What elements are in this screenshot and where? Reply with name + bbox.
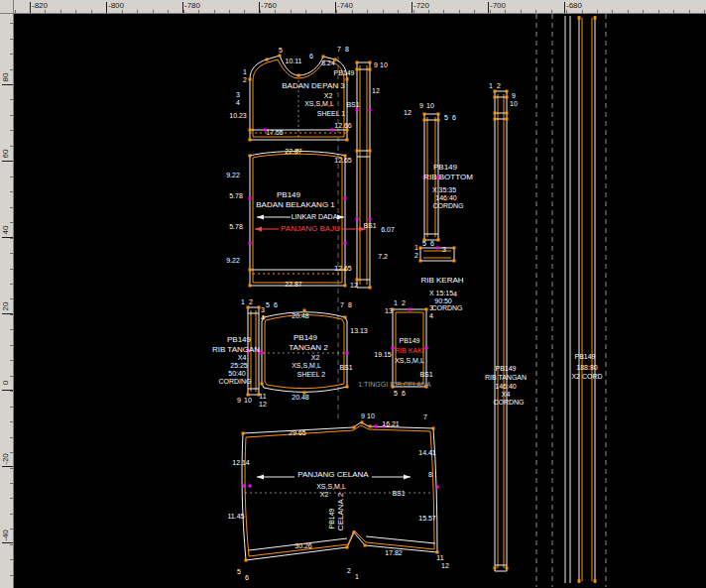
- ruler-tick-minor: [10, 575, 13, 576]
- pattern-point[interactable]: [344, 316, 347, 319]
- pattern-point[interactable]: [249, 139, 252, 142]
- pattern-point[interactable]: [494, 118, 497, 121]
- notch-point[interactable]: [331, 129, 334, 132]
- notch-point[interactable]: [243, 485, 246, 488]
- label-rib-tangan-left: 2: [249, 298, 253, 305]
- pattern-point[interactable]: [346, 546, 349, 549]
- pattern-point[interactable]: [249, 269, 252, 272]
- label-rib-tangan-left: 3: [261, 306, 265, 313]
- pattern-point[interactable]: [346, 139, 349, 142]
- pattern-point[interactable]: [506, 112, 509, 115]
- pattern-point[interactable]: [279, 55, 282, 58]
- pattern-point[interactable]: [242, 432, 245, 435]
- piece-rib-188-strip[interactable]: [578, 16, 597, 583]
- ruler-tick-minor: [474, 10, 475, 13]
- pattern-point[interactable]: [369, 61, 372, 64]
- notch-point[interactable]: [369, 218, 372, 221]
- pattern-point[interactable]: [369, 68, 372, 71]
- pattern-point[interactable]: [356, 68, 359, 71]
- notch-point[interactable]: [356, 109, 359, 112]
- piece-rib-kerah[interactable]: [419, 247, 456, 263]
- pattern-point[interactable]: [578, 580, 581, 583]
- pattern-point[interactable]: [297, 74, 300, 77]
- pattern-point[interactable]: [594, 17, 597, 20]
- pattern-point[interactable]: [346, 129, 349, 132]
- arrowhead-icon: [337, 215, 344, 220]
- ruler-tick-minor: [10, 115, 13, 116]
- pattern-point[interactable]: [322, 56, 325, 59]
- notch-point[interactable]: [344, 242, 347, 245]
- notch-point[interactable]: [249, 242, 252, 245]
- pattern-point[interactable]: [494, 90, 497, 93]
- piece-placket-strip[interactable]: [356, 61, 372, 290]
- pattern-point[interactable]: [506, 90, 509, 93]
- pattern-point[interactable]: [494, 567, 497, 570]
- pattern-point[interactable]: [494, 96, 497, 99]
- pattern-point[interactable]: [425, 308, 428, 311]
- ruler-left[interactable]: 806040200-20-40: [0, 0, 14, 588]
- notch-point[interactable]: [369, 109, 372, 112]
- pattern-point[interactable]: [437, 119, 440, 122]
- pattern-point[interactable]: [346, 386, 349, 389]
- pattern-point[interactable]: [346, 78, 349, 81]
- pattern-point[interactable]: [419, 260, 422, 263]
- pattern-point[interactable]: [356, 61, 359, 64]
- pattern-point[interactable]: [419, 247, 422, 250]
- pattern-point[interactable]: [453, 260, 456, 263]
- pattern-point[interactable]: [353, 531, 356, 534]
- notch-point[interactable]: [409, 308, 412, 311]
- pattern-point[interactable]: [364, 544, 367, 547]
- pattern-point[interactable]: [506, 96, 509, 99]
- ruler-tick-major: [30, 2, 31, 13]
- pattern-point[interactable]: [578, 17, 581, 20]
- ruler-unit-label: 60: [1, 141, 11, 167]
- ruler-tick-minor: [10, 130, 13, 131]
- pattern-point[interactable]: [249, 78, 252, 81]
- notch-point[interactable]: [346, 352, 349, 355]
- pattern-point[interactable]: [247, 306, 250, 309]
- label-tangan-2: 20.48: [292, 312, 309, 319]
- pattern-point[interactable]: [261, 383, 264, 386]
- piece-rib-tangan-right-strip[interactable]: [494, 90, 509, 572]
- pattern-point[interactable]: [356, 150, 359, 153]
- ruler-top[interactable]: -820-800-780-760-740-720-700-680: [0, 0, 706, 14]
- notch-point[interactable]: [249, 197, 252, 200]
- notch-point[interactable]: [425, 347, 428, 350]
- pattern-point[interactable]: [369, 425, 372, 428]
- label-placket-strip: 10: [380, 61, 388, 68]
- notch-point[interactable]: [249, 485, 252, 488]
- pattern-point[interactable]: [437, 239, 440, 242]
- piece-celana-2[interactable]: [242, 421, 439, 562]
- pattern-point[interactable]: [369, 287, 372, 290]
- ruler-tick-minor: [10, 191, 13, 192]
- pattern-point[interactable]: [249, 285, 252, 288]
- pattern-point[interactable]: [437, 113, 440, 116]
- pattern-point[interactable]: [344, 285, 347, 288]
- pattern-point[interactable]: [258, 306, 261, 309]
- notch-point[interactable]: [261, 352, 264, 355]
- pattern-point[interactable]: [423, 119, 426, 122]
- pattern-point[interactable]: [494, 112, 497, 115]
- pattern-point[interactable]: [453, 247, 456, 250]
- drawing-canvas[interactable]: PB149BADAN DEPAN 3X2XS,S,M,LBS1SHEEL 110…: [0, 0, 706, 588]
- notch-point[interactable]: [436, 486, 439, 489]
- pattern-point[interactable]: [594, 580, 597, 583]
- pattern-point[interactable]: [353, 426, 356, 429]
- pattern-point[interactable]: [506, 118, 509, 121]
- notch-point[interactable]: [344, 197, 347, 200]
- notch-point[interactable]: [356, 218, 359, 221]
- pattern-point[interactable]: [266, 59, 269, 61]
- pattern-point[interactable]: [361, 421, 364, 424]
- pattern-point[interactable]: [423, 113, 426, 116]
- pattern-point[interactable]: [432, 427, 435, 430]
- piece-thin-strip[interactable]: [565, 16, 570, 583]
- notch-point[interactable]: [436, 247, 439, 250]
- pattern-point[interactable]: [506, 567, 509, 570]
- notch-point[interactable]: [375, 425, 378, 428]
- pattern-point[interactable]: [249, 155, 252, 158]
- pattern-point[interactable]: [369, 150, 372, 153]
- label-rib-tangan-right: RIB TANGAN: [485, 374, 527, 381]
- notch-point[interactable]: [392, 347, 395, 350]
- pattern-point[interactable]: [245, 559, 248, 562]
- pattern-point[interactable]: [249, 129, 252, 132]
